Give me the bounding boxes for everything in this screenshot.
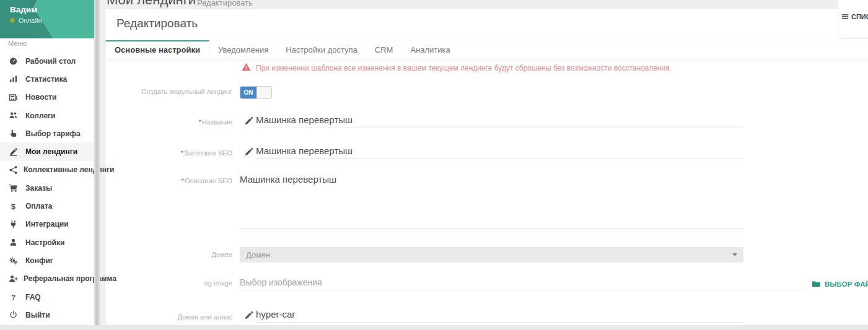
toggle-off-state [256,87,271,98]
sidebar-item-10[interactable]: Настройки [0,233,94,251]
sidebar-item-9[interactable]: Интеграции [0,215,94,233]
tab-3[interactable]: CRM [366,40,402,58]
page-title: Мои лендинги [107,0,196,8]
sidebar-item-label: Заказы [25,184,52,193]
tab-bar: Основные настройкиУведомленияНастройки д… [105,40,868,58]
template-warning: При изменении шаблона все изменения в ва… [242,63,672,72]
svg-text:?: ? [11,293,15,301]
pencil-icon [245,116,253,125]
sidebar-item-7[interactable]: Заказы [0,179,94,197]
sidebar-item-5[interactable]: Мои лендинги [0,142,94,160]
news-icon [9,93,20,102]
sidebar-item-label: Выбор тарифа [25,129,81,138]
tab-2[interactable]: Настройки доступа [277,40,366,58]
warning-icon [242,63,251,72]
choose-file-button[interactable]: ВЫБОР ФАЙЛА [812,279,868,289]
sidebar-item-label: Коллеги [25,111,56,120]
toggle-on-state: ON [240,87,256,98]
user-plus-icon [9,274,18,284]
tab-bar-underlay [105,59,868,62]
sidebar-item-6[interactable]: Коллективные лендинги [0,161,94,179]
sidebar-item-label: Выйти [25,311,50,319]
edit-card: Редактировать Основные настройкиУведомле… [105,9,868,330]
share-icon [9,165,18,175]
list-button[interactable]: СПИСОК [841,13,868,20]
tab-4[interactable]: Аналитика [401,40,458,58]
users-icon [9,111,20,120]
sidebar-user-panel: Вадим Онлайн [0,0,94,38]
list-panel: СПИСОК [838,0,868,39]
dashboard-icon [9,56,20,66]
seo-description-textarea[interactable]: Машинка перевертыш [240,169,743,229]
stats-icon [9,74,20,84]
sidebar-item-0[interactable]: Рабочий стол [0,52,94,70]
svg-text:$: $ [11,202,15,211]
cart-icon [9,183,20,193]
domain-select-value: Домен [246,250,271,259]
sidebar-item-label: Настройки [25,238,64,247]
list-icon [841,13,849,20]
question-icon: ? [9,292,20,302]
sidebar-item-label: Мои лендинги [25,147,77,156]
hand-pointer-icon [9,129,20,138]
edit-icon [9,147,20,157]
sidebar-item-label: Коллективные лендинги [24,165,114,174]
sidebar-item-label: Конфиг [25,256,53,265]
warning-text: При изменении шаблона все изменения в ва… [256,63,672,72]
status-label: Онлайн [19,17,42,24]
og-image-input[interactable] [240,274,804,290]
sidebar: Вадим Онлайн Меню Рабочий столСтатистика… [0,0,94,325]
bottom-edge [0,325,868,330]
plug-icon [9,220,20,229]
og-image-label: og:image [105,279,232,287]
sidebar-menu: Рабочий столСтатистикаНовостиКоллегиВыбо… [0,52,94,324]
sidebar-item-label: Оплата [25,202,52,211]
sidebar-item-8[interactable]: $Оплата [0,197,94,215]
sidebar-item-3[interactable]: Коллеги [0,106,94,124]
list-button-label: СПИСОК [851,13,868,20]
modular-label: Создать модульный лендинг [105,88,232,95]
user-name: Вадим [10,5,37,14]
sidebar-item-14[interactable]: Выйти [0,306,94,324]
sidebar-item-label: Интеграции [25,220,69,228]
sidebar-item-label: FAQ [25,293,41,302]
sidebar-item-label: Статистика [25,75,67,84]
sidebar-item-4[interactable]: Выбор тарифа [0,124,94,142]
choose-file-label: ВЫБОР ФАЙЛА [825,280,868,288]
name-input[interactable] [256,112,743,128]
card-title: Редактировать [116,17,198,30]
sidebar-item-1[interactable]: Статистика [0,70,94,88]
domain-select[interactable]: Домен [240,247,743,263]
user-status: Онлайн [10,17,42,24]
name-label: Название [105,118,232,126]
sidebar-item-2[interactable]: Новости [0,89,94,106]
chevron-down-icon [732,253,737,256]
dollar-icon: $ [9,202,20,211]
page-subtitle: Редактировать [197,0,253,7]
alias-input[interactable] [256,306,743,323]
sidebar-item-13[interactable]: ?FAQ [0,288,94,306]
menu-section-label: Меню [8,40,27,47]
user-icon [9,238,20,247]
tab-1[interactable]: Уведомления [209,40,277,58]
alias-label: Домен или алиас [105,313,232,321]
seo-title-label: Заголовок SEO [105,149,232,157]
pencil-icon [245,311,253,319]
power-icon [9,310,20,319]
sidebar-item-12[interactable]: Реферальная программа [0,270,94,288]
sidebar-item-label: Новости [25,93,56,102]
gears-icon [9,256,20,265]
scrollbar[interactable] [94,0,100,330]
pencil-icon [245,147,253,156]
sidebar-item-11[interactable]: Конфиг [0,251,94,269]
sidebar-item-label: Реферальная программа [24,274,116,283]
folder-icon [812,279,821,289]
modular-toggle[interactable]: ON [240,86,272,99]
online-status-icon [10,18,15,23]
tab-0[interactable]: Основные настройки [105,40,209,58]
seo-description-label: Описание SEO [105,177,232,185]
seo-title-input[interactable] [256,143,743,159]
sidebar-item-label: Рабочий стол [25,57,76,66]
domain-label: Домен [105,251,232,258]
